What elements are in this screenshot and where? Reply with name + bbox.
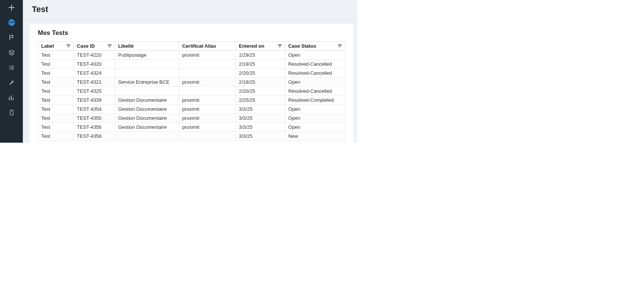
table-row[interactable]: TestTEST-4355Gestion Documentaireproximi… <box>38 113 345 122</box>
sidebar-item-list[interactable] <box>0 60 23 75</box>
content-area: Mes Tests Label <box>23 20 357 143</box>
table-row[interactable]: TestTEST-4339Gestion Documentaireproximi… <box>38 95 345 104</box>
cell-entered: 3/3/25 <box>236 113 285 122</box>
sidebar-item-chart[interactable] <box>0 90 23 105</box>
cell-label: Test <box>38 68 74 77</box>
card-mes-tests: Mes Tests Label <box>30 24 353 143</box>
cell-caseid: TEST-4339 <box>74 95 115 104</box>
col-header-libelle[interactable]: Libellé <box>115 41 179 50</box>
cell-libelle: Service Entreprise BCE <box>115 77 179 86</box>
cell-label: Test <box>38 131 74 140</box>
sidebar-item-new[interactable] <box>0 0 23 15</box>
cell-caseid: TEST-4355 <box>74 113 115 122</box>
col-header-text: Case ID <box>77 43 95 49</box>
main-area: Test Mes Tests Label <box>23 0 357 143</box>
cell-libelle <box>115 68 179 77</box>
sidebar-item-globe[interactable] <box>0 15 23 30</box>
cell-entered: 2/25/25 <box>236 95 285 104</box>
col-header-status[interactable]: Case Status <box>285 41 345 50</box>
app-root: Test Mes Tests Label <box>0 0 357 143</box>
cell-libelle: Gestion Documentaire <box>115 104 179 113</box>
table-row[interactable]: TestTEST-43583/3/25New <box>38 131 345 140</box>
cell-caseid: TEST-4324 <box>74 68 115 77</box>
table-row[interactable]: TestTEST-4356Gestion Documentaireproximi… <box>38 122 345 131</box>
svg-point-2 <box>9 67 10 68</box>
sidebar-item-layers[interactable] <box>0 45 23 60</box>
globe-icon <box>8 19 15 26</box>
table-row[interactable]: TestTEST-43242/20/25Resolved-Cancelled <box>38 68 345 77</box>
filter-icon[interactable] <box>277 44 282 47</box>
cell-status: Resolved-Cancelled <box>285 86 345 95</box>
cell-cert: proximit <box>179 77 235 86</box>
col-header-text: Certificat Alias <box>182 43 216 49</box>
cell-cert <box>179 68 235 77</box>
col-header-label[interactable]: Label <box>38 41 74 50</box>
cell-caseid: TEST-4321 <box>74 77 115 86</box>
cell-caseid: TEST-4325 <box>74 86 115 95</box>
filter-icon[interactable] <box>66 44 70 47</box>
cell-entered: 3/3/25 <box>236 122 285 131</box>
cell-status: New <box>285 131 345 140</box>
sidebar-item-tag[interactable] <box>0 105 23 120</box>
cell-cert: proximit <box>179 104 235 113</box>
table-row[interactable]: TestTEST-4321Service Entreprise BCEproxi… <box>38 77 345 86</box>
cell-status: Open <box>285 113 345 122</box>
cell-status: Open <box>285 77 345 86</box>
cell-libelle: Publipostage <box>115 50 179 59</box>
cell-libelle <box>115 131 179 140</box>
cell-cert: proximit <box>179 95 235 104</box>
cell-entered: 3/3/25 <box>236 131 285 140</box>
svg-point-4 <box>11 111 12 112</box>
cell-libelle: Gestion Documentaire <box>115 122 179 131</box>
cell-label: Test <box>38 59 74 68</box>
col-header-caseid[interactable]: Case ID <box>74 41 115 50</box>
cell-label: Test <box>38 50 74 59</box>
cell-label: Test <box>38 113 74 122</box>
page-header: Test <box>23 0 357 20</box>
table-row[interactable]: TestTEST-4220Publipostageproximit1/29/25… <box>38 50 345 59</box>
filter-icon[interactable] <box>337 44 342 47</box>
list-icon <box>8 64 15 71</box>
cell-cert: proximit <box>179 113 235 122</box>
cell-entered: 2/19/25 <box>236 59 285 68</box>
layers-icon <box>8 49 15 56</box>
cell-caseid: TEST-4320 <box>74 59 115 68</box>
cell-caseid: TEST-4358 <box>74 131 115 140</box>
cell-libelle <box>115 59 179 68</box>
cell-entered: 3/3/25 <box>236 104 285 113</box>
cell-entered: 2/19/25 <box>236 77 285 86</box>
cell-caseid: TEST-4356 <box>74 122 115 131</box>
col-header-entered[interactable]: Entered on <box>236 41 285 50</box>
table-row[interactable]: TestTEST-43252/20/25Resolved-Cancelled <box>38 86 345 95</box>
cell-libelle: Gestion Documentaire <box>115 95 179 104</box>
table-row[interactable]: TestTEST-4354Gestion Documentaireproximi… <box>38 104 345 113</box>
cell-caseid: TEST-4354 <box>74 104 115 113</box>
cell-label: Test <box>38 86 74 95</box>
card-title: Mes Tests <box>30 29 353 41</box>
cell-label: Test <box>38 77 74 86</box>
col-header-text: Entered on <box>239 43 264 49</box>
sidebar-item-flag[interactable] <box>0 30 23 45</box>
cell-label: Test <box>38 104 74 113</box>
cell-label: Test <box>38 122 74 131</box>
col-header-text: Label <box>41 43 54 49</box>
wrench-icon <box>8 79 15 86</box>
table-body: TestTEST-4220Publipostageproximit1/29/25… <box>38 50 345 140</box>
cell-entered: 2/20/25 <box>236 68 285 77</box>
cell-cert: proximit <box>179 122 235 131</box>
cell-cert <box>179 59 235 68</box>
col-header-cert[interactable]: Certificat Alias <box>179 41 235 50</box>
cell-cert: proximit <box>179 50 235 59</box>
col-header-text: Libellé <box>118 43 133 49</box>
cell-libelle: Gestion Documentaire <box>115 113 179 122</box>
cell-status: Resolved-Completed <box>285 95 345 104</box>
svg-point-1 <box>9 66 10 66</box>
chart-icon <box>8 94 15 101</box>
table-row[interactable]: TestTEST-43202/19/25Resolved-Cancelled <box>38 59 345 68</box>
filter-icon[interactable] <box>107 44 112 47</box>
sidebar-item-wrench[interactable] <box>0 75 23 90</box>
col-header-text: Case Status <box>288 43 316 49</box>
svg-point-3 <box>9 69 10 69</box>
cell-entered: 1/29/25 <box>236 50 285 59</box>
cell-status: Resolved-Cancelled <box>285 68 345 77</box>
